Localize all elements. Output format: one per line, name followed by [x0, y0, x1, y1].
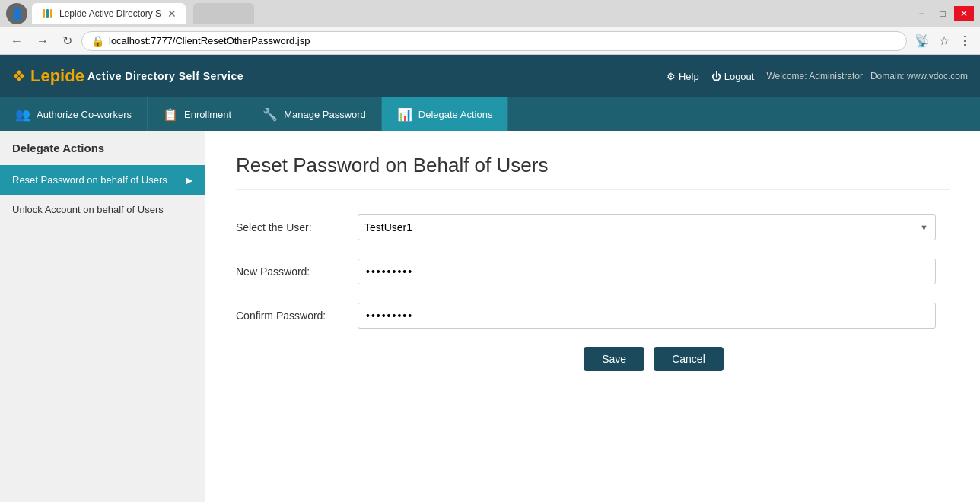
welcome-info: Welcome: Administrator Domain: www.vdoc.… [766, 71, 968, 81]
menu-icon[interactable]: ⋮ [956, 30, 974, 51]
help-icon: ⚙ [667, 71, 676, 82]
sidebar: Delegate Actions Reset Password on behal… [0, 131, 205, 502]
select-user-label: Select the User: [236, 221, 358, 234]
cancel-button[interactable]: Cancel [654, 347, 724, 371]
app-logo: ❖ Lepide Active Directory Self Service [12, 66, 243, 86]
select-user-control: TestUser1 TestUser2 TestUser3 [358, 214, 936, 240]
new-password-input[interactable] [358, 259, 936, 284]
confirm-password-label: Confirm Password: [236, 310, 358, 322]
cast-icon[interactable]: 📡 [912, 30, 933, 51]
logo-icon: ❖ [12, 67, 26, 85]
select-user-row: Select the User: TestUser1 TestUser2 Tes… [236, 214, 950, 240]
browser-toolbar: ← → ↻ 🔒 📡 ☆ ⋮ [0, 27, 980, 55]
refresh-button[interactable]: ↻ [58, 30, 77, 51]
logout-link[interactable]: ⏻ Logout [711, 71, 755, 82]
close-window-button[interactable]: ✕ [954, 6, 974, 21]
form-actions: Save Cancel [236, 347, 950, 371]
save-button[interactable]: Save [584, 347, 644, 371]
logo-brand: Lepide [30, 66, 84, 86]
secure-icon: 🔒 [91, 35, 104, 47]
delegate-actions-icon: 📊 [397, 107, 412, 122]
sidebar-item-unlock-account[interactable]: Unlock Account on behalf of Users [0, 195, 205, 224]
confirm-password-row: Confirm Password: [236, 303, 950, 329]
select-user-dropdown[interactable]: TestUser1 TestUser2 TestUser3 [358, 214, 936, 240]
back-button[interactable]: ← [6, 31, 27, 51]
address-input[interactable] [109, 35, 897, 46]
sidebar-item-reset-password[interactable]: Reset Password on behalf of Users [0, 165, 205, 195]
select-user-wrapper: TestUser1 TestUser2 TestUser3 [358, 214, 936, 240]
user-profile-icon: 👤 [6, 3, 27, 24]
close-tab-button[interactable]: ✕ [167, 8, 177, 20]
nav-item-authorize[interactable]: 👥 Authorize Co-workers [0, 97, 148, 131]
new-password-row: New Password: [236, 259, 950, 284]
logout-icon: ⏻ [711, 71, 721, 82]
tab-title: Lepide Active Directory S [59, 8, 161, 19]
new-password-control [358, 259, 936, 284]
nav-authorize-label: Authorize Co-workers [37, 109, 132, 120]
nav-manage-password-label: Manage Password [284, 109, 366, 120]
manage-password-icon: 🔧 [262, 107, 278, 122]
page-title: Reset Password on Behalf of Users [236, 154, 950, 190]
logo-tagline: Active Directory Self Service [88, 70, 243, 82]
confirm-password-input[interactable] [358, 303, 936, 329]
enrollment-icon: 📋 [163, 107, 178, 122]
sidebar-header: Delegate Actions [0, 131, 205, 165]
active-browser-tab[interactable]: Lepide Active Directory S ✕ [32, 3, 186, 24]
bookmark-icon[interactable]: ☆ [936, 30, 953, 51]
browser-title-bar: 👤 Lepide Active Directory S ✕ − □ ✕ [0, 0, 980, 27]
authorize-icon: 👥 [15, 107, 30, 122]
forward-button[interactable]: → [32, 31, 53, 51]
nav-enrollment-label: Enrollment [184, 109, 231, 120]
new-password-label: New Password: [236, 265, 358, 278]
app-header: ❖ Lepide Active Directory Self Service ⚙… [0, 55, 980, 97]
confirm-password-control [358, 303, 936, 329]
nav-item-delegate-actions[interactable]: 📊 Delegate Actions [382, 97, 509, 131]
tab-favicon [41, 8, 53, 20]
nav-menu: 👥 Authorize Co-workers 📋 Enrollment 🔧 Ma… [0, 97, 980, 131]
nav-item-enrollment[interactable]: 📋 Enrollment [148, 97, 247, 131]
nav-delegate-actions-label: Delegate Actions [418, 109, 493, 120]
header-right: ⚙ Help ⏻ Logout Welcome: Administrator D… [667, 71, 968, 82]
toolbar-icons: 📡 ☆ ⋮ [912, 30, 974, 51]
address-bar[interactable]: 🔒 [81, 31, 907, 51]
nav-item-manage-password[interactable]: 🔧 Manage Password [247, 97, 382, 131]
new-tab-button[interactable] [193, 3, 254, 24]
main-layout: Delegate Actions Reset Password on behal… [0, 131, 980, 502]
maximize-button[interactable]: □ [933, 6, 953, 21]
content-area: Reset Password on Behalf of Users Select… [205, 131, 980, 502]
minimize-button[interactable]: − [912, 6, 931, 21]
window-controls: − □ ✕ [912, 6, 974, 21]
help-link[interactable]: ⚙ Help [667, 71, 699, 82]
